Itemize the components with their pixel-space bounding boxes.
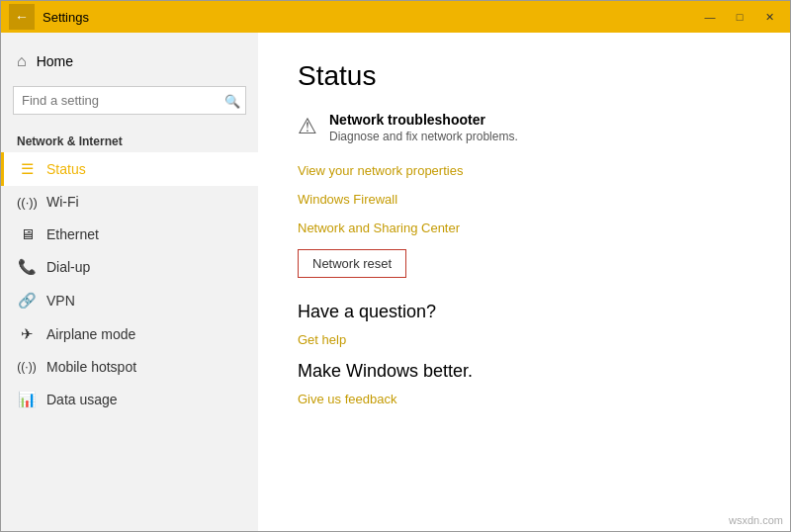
give-feedback-link[interactable]: Give us feedback [298,392,750,406]
troubleshooter-text: Network troubleshooter Diagnose and fix … [329,112,518,143]
home-icon: ⌂ [17,52,27,70]
sidebar-item-hotspot-label: Mobile hotspot [46,359,136,375]
sidebar-item-datausage-label: Data usage [46,392,118,407]
troubleshooter-title: Network troubleshooter [329,112,518,128]
airplane-icon: ✈ [17,325,37,343]
dialup-icon: 📞 [17,258,37,276]
get-help-link[interactable]: Get help [298,332,750,347]
content-area: Status ⚠ Network troubleshooter Diagnose… [258,33,790,532]
search-icon-button[interactable]: 🔍 [224,93,240,108]
titlebar-left: ← Settings [9,4,89,30]
main-layout: ⌂ Home 🔍 Network & Internet ☰ Status ((·… [1,33,790,532]
sidebar-item-wifi-label: Wi-Fi [46,194,79,210]
network-reset-button[interactable]: Network reset [298,249,406,278]
vpn-icon: 🔗 [17,292,37,310]
ethernet-icon: 🖥 [17,225,37,242]
titlebar: ← Settings — □ ✕ [1,1,790,33]
sidebar-item-status-label: Status [46,161,86,177]
sidebar-item-vpn[interactable]: 🔗 VPN [1,284,258,317]
page-title: Status [298,60,750,92]
close-button[interactable]: ✕ [756,7,782,27]
sidebar-item-airplane-label: Airplane mode [46,326,135,342]
view-network-properties-link[interactable]: View your network properties [298,163,750,178]
sidebar-item-wifi[interactable]: ((·)) Wi-Fi [1,186,258,218]
status-icon: ☰ [17,160,37,178]
sidebar-item-status[interactable]: ☰ Status [1,152,258,186]
sidebar-item-datausage[interactable]: 📊 Data usage [1,383,258,416]
minimize-button[interactable]: — [697,7,723,27]
titlebar-title: Settings [43,10,89,25]
hotspot-icon: ((·)) [17,360,37,374]
maximize-button[interactable]: □ [727,7,752,27]
sidebar: ⌂ Home 🔍 Network & Internet ☰ Status ((·… [1,33,258,532]
sidebar-item-ethernet[interactable]: 🖥 Ethernet [1,218,258,250]
wifi-icon: ((·)) [17,195,37,210]
warning-icon: ⚠ [298,114,317,139]
make-windows-better-heading: Make Windows better. [298,361,750,382]
sidebar-item-ethernet-label: Ethernet [46,226,99,242]
windows-firewall-link[interactable]: Windows Firewall [298,192,750,207]
network-sharing-center-link[interactable]: Network and Sharing Center [298,221,750,235]
back-button[interactable]: ← [9,4,35,30]
watermark: wsxdn.com [729,514,783,526]
sidebar-item-dialup-label: Dial-up [46,259,90,275]
sidebar-item-hotspot[interactable]: ((·)) Mobile hotspot [1,351,258,383]
titlebar-controls: — □ ✕ [697,7,782,27]
sidebar-section-label: Network & Internet [1,127,258,152]
troubleshooter-row: ⚠ Network troubleshooter Diagnose and fi… [298,112,750,143]
sidebar-home-label: Home [37,53,73,69]
sidebar-item-airplane[interactable]: ✈ Airplane mode [1,317,258,351]
search-box: 🔍 [13,86,246,115]
sidebar-item-vpn-label: VPN [46,293,75,309]
datausage-icon: 📊 [17,391,37,408]
sidebar-item-dialup[interactable]: 📞 Dial-up [1,250,258,284]
have-a-question-heading: Have a question? [298,302,750,322]
troubleshooter-desc: Diagnose and fix network problems. [329,130,518,143]
sidebar-item-home[interactable]: ⌂ Home [1,44,258,78]
search-input[interactable] [13,86,246,115]
